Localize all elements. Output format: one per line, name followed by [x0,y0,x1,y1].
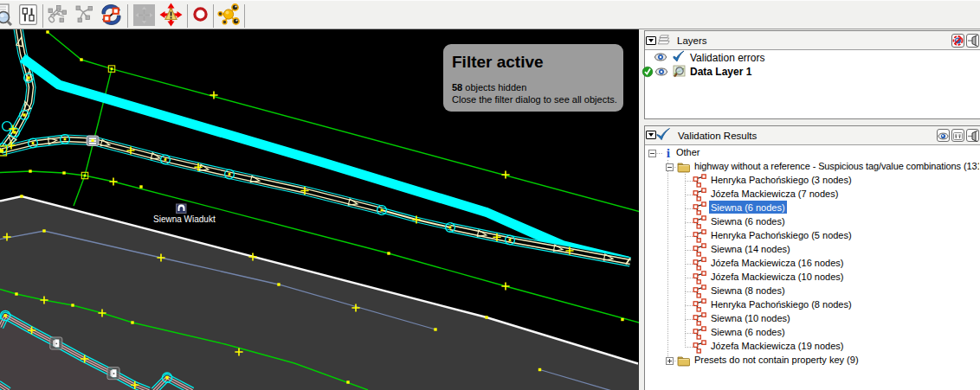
svg-text:Siewna Wiadukt: Siewna Wiadukt [153,214,216,224]
